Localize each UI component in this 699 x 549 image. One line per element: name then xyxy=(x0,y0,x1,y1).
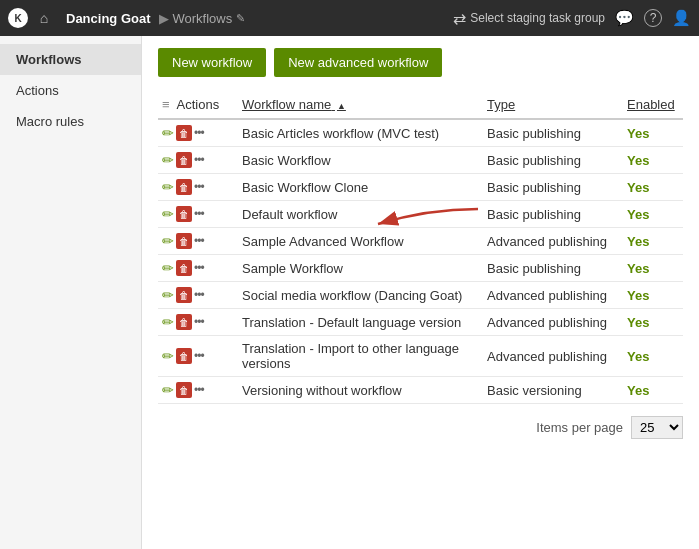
task-group-icon: ⇄ xyxy=(453,9,466,28)
edit-icon[interactable]: ✏ xyxy=(162,233,174,249)
workflows-table-container: ≡ Actions Workflow name ▲ Type Enabled xyxy=(158,91,683,404)
col-header-enabled[interactable]: Enabled xyxy=(623,91,683,119)
more-icon[interactable]: ••• xyxy=(194,207,204,221)
more-icon[interactable]: ••• xyxy=(194,288,204,302)
row-type-cell: Advanced publishing xyxy=(483,336,623,377)
row-enabled-cell: Yes xyxy=(623,201,683,228)
edit-icon[interactable]: ✏ xyxy=(162,382,174,398)
row-actions-cell: ✏ 🗑 ••• xyxy=(158,147,238,174)
row-name-cell: Basic Articles workflow (MVC test) xyxy=(238,119,483,147)
nav-icons: K ⌂ xyxy=(8,8,54,28)
table-row: ✏ 🗑 ••• Translation - Import to other la… xyxy=(158,336,683,377)
table-row: ✏ 🗑 ••• Basic Articles workflow (MVC tes… xyxy=(158,119,683,147)
breadcrumb-edit-icon[interactable]: ✎ xyxy=(236,12,245,25)
sidebar-item-actions[interactable]: Actions xyxy=(0,75,141,106)
delete-button[interactable]: 🗑 xyxy=(176,348,192,364)
row-enabled-cell: Yes xyxy=(623,255,683,282)
row-enabled-cell: Yes xyxy=(623,228,683,255)
row-type-cell: Basic publishing xyxy=(483,255,623,282)
row-name-cell: Social media workflow (Dancing Goat) xyxy=(238,282,483,309)
breadcrumb-label: Workflows xyxy=(173,11,233,26)
row-type-cell: Basic versioning xyxy=(483,377,623,404)
row-type-cell: Basic publishing xyxy=(483,201,623,228)
sidebar-item-workflows[interactable]: Workflows xyxy=(0,44,141,75)
table-row: ✏ 🗑 ••• Versioning without workflow Basi… xyxy=(158,377,683,404)
items-per-page-label: Items per page xyxy=(536,420,623,435)
more-icon[interactable]: ••• xyxy=(194,180,204,194)
sidebar-item-macro-rules[interactable]: Macro rules xyxy=(0,106,141,137)
delete-button[interactable]: 🗑 xyxy=(176,314,192,330)
delete-button[interactable]: 🗑 xyxy=(176,260,192,276)
delete-button[interactable]: 🗑 xyxy=(176,179,192,195)
edit-icon[interactable]: ✏ xyxy=(162,152,174,168)
breadcrumb: ▶ Workflows ✎ xyxy=(159,11,246,26)
sidebar: Workflows Actions Macro rules xyxy=(0,36,142,549)
delete-button[interactable]: 🗑 xyxy=(176,287,192,303)
edit-icon[interactable]: ✏ xyxy=(162,179,174,195)
app-title: Dancing Goat xyxy=(66,11,151,26)
edit-icon[interactable]: ✏ xyxy=(162,287,174,303)
more-icon[interactable]: ••• xyxy=(194,234,204,248)
more-icon[interactable]: ••• xyxy=(194,383,204,397)
more-icon[interactable]: ••• xyxy=(194,261,204,275)
row-enabled-cell: Yes xyxy=(623,309,683,336)
row-name-cell: Versioning without workflow xyxy=(238,377,483,404)
row-type-cell: Basic publishing xyxy=(483,174,623,201)
row-enabled-cell: Yes xyxy=(623,119,683,147)
row-actions-cell: ✏ 🗑 ••• xyxy=(158,309,238,336)
workflows-table: ≡ Actions Workflow name ▲ Type Enabled xyxy=(158,91,683,404)
toolbar: New workflow New advanced workflow xyxy=(158,48,683,77)
new-advanced-workflow-button[interactable]: New advanced workflow xyxy=(274,48,442,77)
more-icon[interactable]: ••• xyxy=(194,349,204,363)
delete-button[interactable]: 🗑 xyxy=(176,125,192,141)
more-icon[interactable]: ••• xyxy=(194,315,204,329)
row-type-cell: Advanced publishing xyxy=(483,228,623,255)
col-header-type[interactable]: Type xyxy=(483,91,623,119)
chat-icon[interactable]: 💬 xyxy=(615,9,634,27)
col-header-actions: ≡ Actions xyxy=(158,91,238,119)
row-enabled-cell: Yes xyxy=(623,174,683,201)
more-icon[interactable]: ••• xyxy=(194,153,204,167)
row-type-cell: Basic publishing xyxy=(483,147,623,174)
more-icon[interactable]: ••• xyxy=(194,126,204,140)
task-group-selector[interactable]: ⇄ Select staging task group xyxy=(453,9,605,28)
delete-button[interactable]: 🗑 xyxy=(176,233,192,249)
col-header-workflow-name[interactable]: Workflow name ▲ xyxy=(238,91,483,119)
table-row: ✏ 🗑 ••• Social media workflow (Dancing G… xyxy=(158,282,683,309)
row-enabled-cell: Yes xyxy=(623,336,683,377)
main-layout: Workflows Actions Macro rules New workfl… xyxy=(0,36,699,549)
row-name-cell: Basic Workflow Clone xyxy=(238,174,483,201)
edit-icon[interactable]: ✏ xyxy=(162,206,174,222)
sort-asc-icon: ▲ xyxy=(337,101,346,111)
row-type-cell: Basic publishing xyxy=(483,119,623,147)
new-workflow-button[interactable]: New workflow xyxy=(158,48,266,77)
help-icon[interactable]: ? xyxy=(644,9,662,27)
delete-button[interactable]: 🗑 xyxy=(176,206,192,222)
row-actions-cell: ✏ 🗑 ••• xyxy=(158,377,238,404)
delete-button[interactable]: 🗑 xyxy=(176,152,192,168)
edit-icon[interactable]: ✏ xyxy=(162,314,174,330)
home-icon[interactable]: ⌂ xyxy=(34,8,54,28)
row-actions-cell: ✏ 🗑 ••• xyxy=(158,119,238,147)
edit-icon[interactable]: ✏ xyxy=(162,260,174,276)
row-actions-cell: ✏ 🗑 ••• xyxy=(158,228,238,255)
items-per-page-select[interactable]: 25 10 50 100 xyxy=(631,416,683,439)
table-row: ✏ 🗑 ••• Sample Advanced Workflow Advance… xyxy=(158,228,683,255)
edit-icon[interactable]: ✏ xyxy=(162,348,174,364)
user-icon[interactable]: 👤 xyxy=(672,9,691,27)
row-name-cell: Translation - Import to other language v… xyxy=(238,336,483,377)
row-name-cell: Sample Workflow xyxy=(238,255,483,282)
col-actions-menu-icon: ≡ xyxy=(162,97,170,112)
table-row: ✏ 🗑 ••• Basic Workflow Clone Basic publi… xyxy=(158,174,683,201)
edit-icon[interactable]: ✏ xyxy=(162,125,174,141)
delete-button[interactable]: 🗑 xyxy=(176,382,192,398)
row-name-cell: Basic Workflow xyxy=(238,147,483,174)
row-type-cell: Advanced publishing xyxy=(483,282,623,309)
row-enabled-cell: Yes xyxy=(623,377,683,404)
table-row: ✏ 🗑 ••• Default workflow Basic publishin… xyxy=(158,201,683,228)
nav-right: ⇄ Select staging task group 💬 ? 👤 xyxy=(453,9,691,28)
app-logo: K xyxy=(8,8,28,28)
row-name-cell: Sample Advanced Workflow xyxy=(238,228,483,255)
main-content: New workflow New advanced workflow ≡ Act… xyxy=(142,36,699,549)
row-actions-cell: ✏ 🗑 ••• xyxy=(158,174,238,201)
